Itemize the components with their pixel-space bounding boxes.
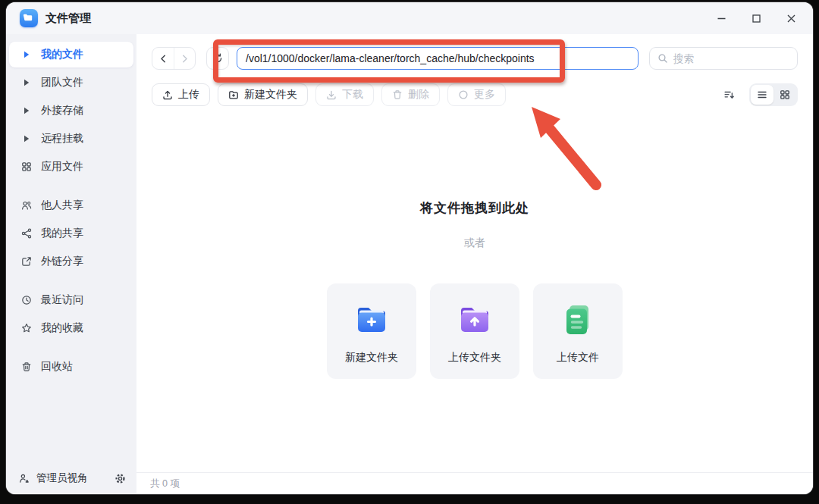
sidebar-item-label: 外接存储: [41, 104, 83, 117]
external-share-icon: [20, 256, 33, 267]
search-box: [649, 47, 798, 70]
new-folder-button[interactable]: 新建文件夹: [218, 83, 308, 106]
trash-icon: [20, 362, 33, 372]
item-count: 共 0 项: [150, 477, 180, 490]
app-grid-icon: [20, 161, 33, 172]
sidebar-item-remote-mount[interactable]: 远程挂载: [9, 126, 133, 152]
quick-action-cards: 新建文件夹 上传文件夹: [327, 283, 623, 379]
app-folder-icon: [20, 9, 38, 27]
admin-view-label: 管理员视角: [36, 471, 88, 485]
sidebar-item-label: 外链分享: [41, 255, 83, 268]
sidebar-item-label: 我的文件: [41, 48, 83, 61]
sidebar-item-external-link-share[interactable]: 外链分享: [9, 249, 133, 274]
caret-right-icon: [20, 79, 33, 86]
download-button-label: 下载: [342, 88, 363, 102]
action-toolbar: 上传 新建文件夹 下载 删除 更多: [136, 70, 813, 106]
sidebar-item-recycle-bin[interactable]: 回收站: [9, 354, 133, 380]
app-title: 文件管理: [46, 11, 91, 26]
upload-file-card-label: 上传文件: [557, 351, 599, 365]
sidebar-item-team-files[interactable]: 团队文件: [9, 70, 133, 95]
sidebar-item-label: 我的共享: [41, 227, 83, 240]
sidebar-item-favorites[interactable]: 我的收藏: [9, 315, 133, 341]
new-folder-card-label: 新建文件夹: [345, 351, 398, 365]
caret-right-icon: [20, 51, 33, 58]
new-folder-card[interactable]: 新建文件夹: [327, 283, 416, 379]
path-input[interactable]: [237, 47, 639, 70]
upload-folder-card[interactable]: 上传文件夹: [430, 283, 519, 379]
drop-zone-or-text: 或者: [464, 236, 485, 250]
status-bar: 共 0 项: [136, 472, 813, 494]
upload-button-label: 上传: [178, 88, 199, 102]
main-panel: 上传 新建文件夹 下载 删除 更多: [136, 34, 813, 494]
admin-user-icon: [19, 473, 30, 484]
folder-plus-icon: [228, 89, 239, 100]
sidebar-item-external-storage[interactable]: 外接存储: [9, 98, 133, 124]
grid-view-icon[interactable]: [774, 85, 796, 105]
people-icon: [20, 200, 33, 211]
titlebar: 文件管理: [6, 2, 813, 34]
more-button[interactable]: 更多: [447, 83, 506, 106]
upload-file-card-icon: [557, 299, 599, 341]
back-icon[interactable]: [152, 48, 174, 69]
clock-icon: [20, 295, 33, 305]
sidebar-item-app-files[interactable]: 应用文件: [9, 154, 133, 180]
upload-file-card[interactable]: 上传文件: [533, 283, 623, 379]
sidebar-item-shared-by-others[interactable]: 他人共享: [9, 193, 133, 218]
sidebar-item-label: 应用文件: [41, 160, 83, 174]
minimize-icon[interactable]: [713, 10, 730, 27]
download-button[interactable]: 下载: [315, 83, 374, 106]
maximize-icon[interactable]: [748, 10, 764, 27]
sidebar-item-label: 回收站: [41, 360, 73, 374]
sidebar-footer: 管理员视角: [9, 467, 133, 487]
delete-button-label: 删除: [408, 88, 429, 102]
window-controls: [713, 10, 799, 27]
upload-button[interactable]: 上传: [152, 83, 210, 106]
sidebar-item-label: 团队文件: [41, 76, 83, 89]
star-icon: [20, 323, 33, 333]
upload-folder-card-icon: [453, 299, 496, 341]
sidebar-item-label: 我的收藏: [41, 321, 83, 335]
drop-zone-title: 将文件拖拽到此处: [420, 199, 529, 217]
refresh-icon[interactable]: [206, 47, 229, 70]
search-input[interactable]: [673, 53, 789, 64]
forward-icon[interactable]: [174, 48, 195, 69]
list-view-icon[interactable]: [751, 85, 774, 105]
gear-icon[interactable]: [115, 473, 126, 484]
share-nodes-icon: [20, 228, 33, 239]
new-folder-card-icon: [350, 299, 393, 341]
view-controls: [717, 83, 798, 106]
upload-icon: [162, 89, 173, 100]
close-icon[interactable]: [783, 10, 799, 27]
circle-more-icon: [458, 89, 469, 100]
sidebar-item-my-files[interactable]: 我的文件: [9, 42, 133, 67]
sidebar-item-recent[interactable]: 最近访问: [9, 287, 133, 313]
drop-zone[interactable]: 将文件拖拽到此处 或者 新建文件夹: [136, 106, 813, 472]
search-icon: [657, 53, 668, 64]
sort-icon[interactable]: [717, 83, 740, 106]
view-mode-toggle: [749, 83, 798, 106]
sidebar-item-label: 远程挂载: [41, 132, 83, 146]
sidebar-item-label: 最近访问: [41, 293, 83, 307]
new-folder-button-label: 新建文件夹: [244, 88, 297, 102]
app-window: 文件管理 我的文件 团队文件 外接存储 远程挂载: [6, 2, 813, 494]
navigation-toolbar: [136, 34, 813, 70]
delete-button[interactable]: 删除: [381, 83, 440, 106]
sidebar: 我的文件 团队文件 外接存储 远程挂载 应用文件 他人共享: [6, 34, 136, 494]
sidebar-item-my-shares[interactable]: 我的共享: [9, 221, 133, 246]
download-icon: [326, 89, 337, 100]
upload-folder-card-label: 上传文件夹: [448, 351, 501, 365]
caret-right-icon: [20, 135, 33, 142]
caret-right-icon: [20, 107, 33, 114]
sidebar-item-label: 他人共享: [41, 199, 83, 212]
more-button-label: 更多: [474, 88, 495, 102]
trash-icon: [392, 89, 403, 100]
history-nav: [152, 47, 196, 70]
